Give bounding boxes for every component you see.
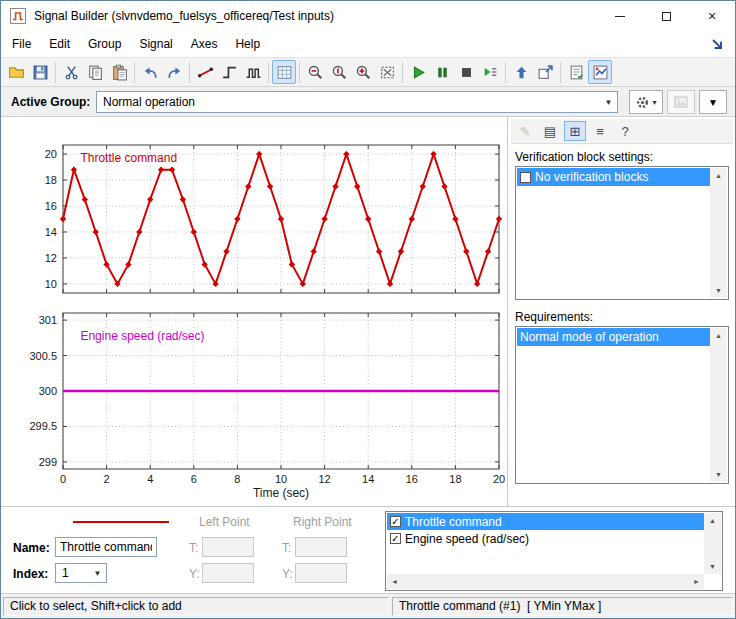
- list-item[interactable]: ✓Throttle command: [387, 513, 704, 530]
- signal-vscrollbar[interactable]: ▲ ▼: [704, 513, 721, 574]
- folder-icon: [8, 64, 25, 81]
- svg-text:6: 6: [191, 473, 197, 485]
- scroll-left-button[interactable]: ◄: [387, 574, 402, 589]
- paste-button[interactable]: [107, 60, 131, 84]
- scroll-up-button[interactable]: ▲: [710, 328, 727, 343]
- scroll-down-button[interactable]: ▼: [710, 467, 727, 482]
- play-icon: [410, 64, 427, 81]
- redo-button[interactable]: [162, 60, 186, 84]
- settings-gear-button[interactable]: ▾: [629, 90, 663, 114]
- stop-button[interactable]: [454, 60, 478, 84]
- scroll-down-button[interactable]: ▼: [704, 559, 721, 574]
- status-hint: Click to select, Shift+click to add: [10, 599, 182, 613]
- runall-icon: [482, 64, 499, 81]
- gear-dropdown-icon: ▾: [652, 98, 656, 107]
- menu-axes[interactable]: Axes: [182, 33, 227, 55]
- scroll-right-button[interactable]: ►: [689, 574, 704, 589]
- requirements-scrollbar[interactable]: ▲ ▼: [710, 328, 727, 482]
- pulse-mode-button[interactable]: [241, 60, 265, 84]
- edit-requirement-icon[interactable]: ✎: [514, 121, 536, 141]
- signal-builder-window: Signal Builder (slvnvdemo_fuelsys_office…: [0, 0, 736, 619]
- signal-listbox[interactable]: ✓Throttle command✓Engine speed (rad/sec)…: [385, 511, 723, 591]
- step-mode-button[interactable]: [217, 60, 241, 84]
- menu-file[interactable]: File: [3, 33, 40, 55]
- goto-model-button[interactable]: [533, 60, 557, 84]
- requirements-listbox[interactable]: Normal mode of operation ▲ ▼: [515, 326, 729, 484]
- list-item-label: No verification blocks: [535, 170, 648, 184]
- help-icon[interactable]: ?: [614, 121, 636, 141]
- requirements-toolbar: ✎▤⊞≡?: [511, 119, 733, 144]
- svg-text:18: 18: [449, 473, 461, 485]
- throttle-plot[interactable]: 101214161820Throttle command: [11, 119, 505, 299]
- line-mode-button[interactable]: [193, 60, 217, 84]
- svg-text:299.5: 299.5: [29, 420, 57, 432]
- verification-panel-button[interactable]: [588, 60, 612, 84]
- run-all-button[interactable]: [478, 60, 502, 84]
- snapshot-button[interactable]: [667, 90, 695, 114]
- menu-edit[interactable]: Edit: [40, 33, 79, 55]
- scroll-down-button[interactable]: ▼: [710, 283, 727, 298]
- open-button[interactable]: [4, 60, 28, 84]
- scroll-up-button[interactable]: ▲: [710, 168, 727, 183]
- svg-text:16: 16: [45, 200, 57, 212]
- verification-scrollbar[interactable]: ▲ ▼: [710, 168, 727, 298]
- svg-text:8: 8: [234, 473, 240, 485]
- verification-listbox[interactable]: No verification blocks ▲ ▼: [515, 166, 729, 300]
- list-item-label: Normal mode of operation: [520, 330, 659, 344]
- close-button[interactable]: ×: [689, 1, 735, 31]
- app-icon: [10, 8, 26, 24]
- menu-help[interactable]: Help: [226, 33, 269, 55]
- active-group-label: Active Group:: [11, 95, 90, 109]
- svg-text:Time (sec): Time (sec): [253, 486, 309, 500]
- status-selection: Throttle command (#1) [ YMin YMax ]: [399, 599, 601, 613]
- active-group-combobox[interactable]: Normal operation ▼: [96, 91, 618, 113]
- requirements-button[interactable]: [564, 60, 588, 84]
- index-combobox[interactable]: 1 ▼: [55, 563, 107, 583]
- document-icon[interactable]: ▤: [539, 121, 561, 141]
- name-input[interactable]: [55, 537, 157, 557]
- undo-button[interactable]: [138, 60, 162, 84]
- toolbar-separator: [268, 62, 269, 83]
- maximize-button[interactable]: [643, 1, 689, 31]
- zoom-in-button[interactable]: [351, 60, 375, 84]
- menu-signal[interactable]: Signal: [130, 33, 181, 55]
- signal-rows: ✓Throttle command✓Engine speed (rad/sec): [387, 513, 704, 574]
- checkbox[interactable]: ✓: [390, 516, 401, 527]
- save-button[interactable]: [28, 60, 52, 84]
- up-to-parent-button[interactable]: [509, 60, 533, 84]
- zoom-time-button[interactable]: [303, 60, 327, 84]
- pause-button[interactable]: [430, 60, 454, 84]
- checkbox[interactable]: [520, 172, 531, 183]
- svg-text:20: 20: [45, 148, 57, 160]
- run-button[interactable]: [406, 60, 430, 84]
- menu-group[interactable]: Group: [79, 33, 130, 55]
- minimize-button[interactable]: [597, 1, 643, 31]
- list-icon[interactable]: ≡: [589, 121, 611, 141]
- window-controls: ×: [597, 1, 735, 31]
- undo-icon: [142, 64, 159, 81]
- snap-grid-button[interactable]: [272, 60, 296, 84]
- dock-window-button[interactable]: [709, 34, 729, 54]
- list-item[interactable]: Normal mode of operation: [517, 328, 710, 346]
- list-item[interactable]: ✓Engine speed (rad/sec): [387, 530, 704, 547]
- verification-settings-label: Verification block settings:: [515, 150, 653, 164]
- scroll-up-button[interactable]: ▲: [704, 513, 721, 528]
- hide-panel-button[interactable]: ▼: [699, 90, 727, 114]
- chevron-down-icon[interactable]: ▼: [89, 564, 106, 582]
- hierarchy-icon[interactable]: ⊞: [564, 121, 586, 141]
- engine-plot[interactable]: 299299.5300300.530102468101214161820Time…: [11, 305, 505, 505]
- copy-button[interactable]: [83, 60, 107, 84]
- svg-text:20: 20: [493, 473, 505, 485]
- left-y-input: [202, 563, 254, 583]
- zoom-fit-button[interactable]: [375, 60, 399, 84]
- zoom-y-button[interactable]: [327, 60, 351, 84]
- signal-hscrollbar[interactable]: ◄ ►: [387, 574, 704, 589]
- svg-text:299: 299: [39, 456, 57, 468]
- checkbox[interactable]: ✓: [390, 533, 401, 544]
- chevron-down-icon[interactable]: ▼: [600, 92, 617, 112]
- zoomin-icon: [355, 64, 372, 81]
- title-bar[interactable]: Signal Builder (slvnvdemo_fuelsys_office…: [1, 1, 735, 31]
- line-icon: [197, 64, 214, 81]
- list-item[interactable]: No verification blocks: [517, 168, 710, 186]
- cut-button[interactable]: [59, 60, 83, 84]
